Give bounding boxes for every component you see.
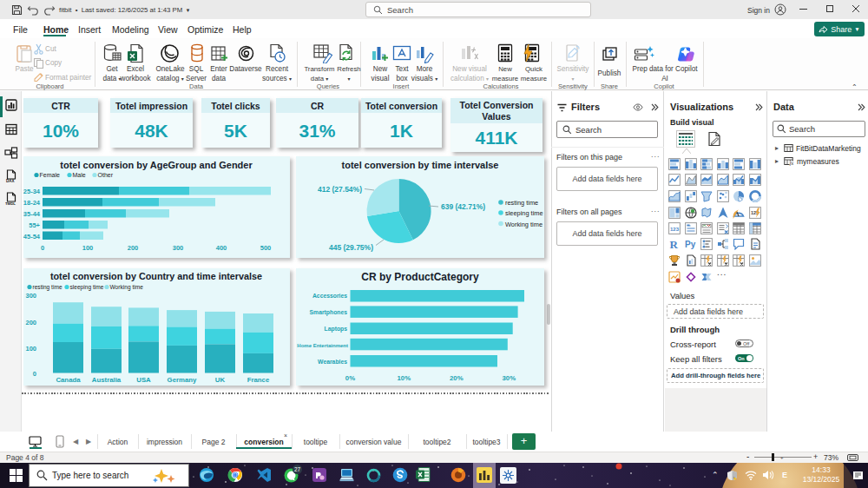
svg-text:France: France	[247, 376, 270, 384]
svg-text:200: 200	[25, 319, 36, 326]
svg-text:Canada: Canada	[56, 376, 81, 384]
svg-text:!: !	[733, 477, 734, 480]
svg-text:20%: 20%	[450, 374, 464, 382]
svg-text:TMDL: TMDL	[5, 201, 16, 206]
svg-text:200: 200	[128, 244, 139, 252]
svg-text:Other: Other	[98, 172, 114, 178]
svg-text:Female: Female	[40, 172, 60, 178]
svg-text:0%: 0%	[345, 374, 355, 382]
svg-text:35-44: 35-44	[23, 210, 41, 218]
svg-text:300: 300	[173, 244, 184, 252]
svg-text:Smartphones: Smartphones	[310, 309, 348, 316]
svg-text:55+: 55+	[29, 221, 40, 229]
svg-text:resting time: resting time	[505, 199, 538, 207]
svg-text:sleeping time: sleeping time	[70, 284, 104, 291]
svg-text:300: 300	[25, 292, 36, 300]
svg-text:Home Entertainment: Home Entertainment	[297, 343, 348, 348]
svg-text:totel conversion by time inter: totel conversion by time intervalse	[342, 160, 499, 170]
svg-text:Germany: Germany	[168, 376, 197, 384]
svg-text:412 (27.54%): 412 (27.54%)	[318, 185, 362, 194]
svg-text:Working time: Working time	[505, 221, 542, 228]
svg-text:25-34: 25-34	[23, 188, 41, 195]
svg-text:100: 100	[82, 244, 94, 252]
svg-text:Australia: Australia	[92, 376, 122, 384]
svg-text:UK: UK	[215, 376, 226, 384]
svg-text:30%: 30%	[502, 374, 516, 382]
svg-text:USA: USA	[136, 376, 151, 384]
svg-text:0: 0	[33, 370, 36, 378]
svg-text:Accessories: Accessories	[312, 293, 347, 299]
svg-text:DAX: DAX	[6, 179, 15, 183]
svg-text:10%: 10%	[397, 374, 411, 382]
svg-text:Male: Male	[73, 172, 86, 178]
svg-text:totel conversion by Country an: totel conversion by Country and time int…	[50, 271, 262, 281]
svg-text:Py: Py	[685, 240, 696, 249]
svg-text:totel conversion by AgeGroup a: totel conversion by AgeGroup and Gender	[60, 160, 253, 170]
svg-text:500: 500	[260, 244, 272, 252]
svg-text:0: 0	[41, 244, 44, 252]
svg-text:sleeping time: sleeping time	[505, 209, 543, 217]
svg-text:445 (29.75%): 445 (29.75%)	[329, 243, 373, 252]
svg-text:fx: fx	[790, 161, 794, 166]
svg-text:639 (42.71%): 639 (42.71%)	[441, 202, 485, 211]
svg-text:100: 100	[25, 345, 36, 353]
svg-text:45-54: 45-54	[23, 233, 41, 241]
svg-text:CR by ProductCategory: CR by ProductCategory	[361, 271, 479, 283]
svg-text:R: R	[670, 238, 679, 250]
svg-text:resting time: resting time	[33, 284, 62, 291]
svg-text:18-24: 18-24	[23, 199, 41, 207]
svg-text:Wearables: Wearables	[318, 359, 347, 365]
svg-text:400: 400	[216, 244, 227, 252]
svg-text:Laptops: Laptops	[325, 326, 348, 333]
svg-text:123: 123	[670, 227, 680, 232]
svg-text:Working time: Working time	[110, 284, 144, 291]
